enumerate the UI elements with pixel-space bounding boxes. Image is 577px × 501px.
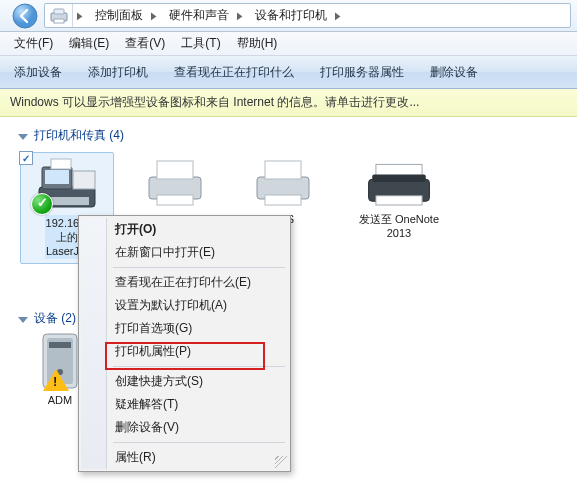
breadcrumb-sep-icon[interactable]	[331, 10, 345, 21]
menu-file[interactable]: 文件(F)	[6, 33, 61, 55]
svg-rect-22	[49, 342, 71, 348]
svg-rect-2	[54, 9, 64, 14]
command-toolbar: 添加设备 添加打印机 查看现在正在打印什么 打印服务器属性 删除设备	[0, 56, 577, 89]
print-server-props-button[interactable]: 打印服务器属性	[316, 62, 408, 83]
menu-separator	[113, 366, 285, 367]
collapse-icon	[18, 134, 28, 140]
svg-rect-8	[73, 171, 95, 189]
menu-edit[interactable]: 编辑(E)	[61, 33, 117, 55]
menu-set-default-printer[interactable]: 设置为默认打印机(A)	[81, 294, 288, 317]
svg-rect-11	[157, 161, 193, 179]
breadcrumb-sep-icon[interactable]	[233, 10, 247, 21]
menu-remove-device[interactable]: 删除设备(V)	[81, 416, 288, 439]
add-device-button[interactable]: 添加设备	[10, 62, 66, 83]
menu-properties[interactable]: 属性(R)	[81, 446, 288, 469]
device-label: ADM	[48, 393, 72, 407]
info-bar[interactable]: Windows 可以显示增强型设备图标和来自 Internet 的信息。请单击进…	[0, 89, 577, 117]
menu-separator	[113, 442, 285, 443]
menu-open[interactable]: 打开(O)	[81, 218, 288, 241]
svg-rect-3	[54, 19, 64, 23]
svg-rect-14	[265, 161, 301, 179]
printer-icon	[249, 153, 317, 209]
svg-rect-15	[265, 195, 301, 205]
svg-rect-7	[45, 170, 69, 184]
menu-bar: 文件(F) 编辑(E) 查看(V) 工具(T) 帮助(H)	[0, 32, 577, 56]
remove-device-button[interactable]: 删除设备	[426, 62, 482, 83]
printer-label: 发送至 OneNote 2013	[358, 211, 440, 241]
breadcrumb-sep-icon[interactable]	[73, 10, 87, 21]
info-bar-text: Windows 可以显示增强型设备图标和来自 Internet 的信息。请单击进…	[10, 94, 419, 111]
nav-back-button[interactable]	[6, 2, 44, 29]
printer-item[interactable]: 发送至 OneNote 2013	[344, 148, 454, 246]
menu-separator	[113, 267, 285, 268]
group-title: 打印机和传真 (4)	[34, 127, 124, 144]
menu-tools[interactable]: 工具(T)	[173, 33, 228, 55]
printer-item[interactable]	[128, 148, 222, 216]
breadcrumb-segment[interactable]: 硬件和声音	[161, 4, 233, 27]
breadcrumb[interactable]: 控制面板 硬件和声音 设备和打印机	[44, 3, 571, 28]
menu-view[interactable]: 查看(V)	[117, 33, 173, 55]
breadcrumb-segment[interactable]: 设备和打印机	[247, 4, 331, 27]
printer-icon	[363, 153, 435, 209]
collapse-icon	[18, 317, 28, 323]
svg-rect-9	[51, 159, 71, 169]
menu-troubleshoot[interactable]: 疑难解答(T)	[81, 393, 288, 416]
menu-printer-properties[interactable]: 打印机属性(P)	[81, 340, 288, 363]
breadcrumb-segment[interactable]: 控制面板	[87, 4, 147, 27]
see-whats-printing-button[interactable]: 查看现在正在打印什么	[170, 62, 298, 83]
menu-printing-preferences[interactable]: 打印首选项(G)	[81, 317, 288, 340]
svg-rect-19	[372, 175, 426, 182]
menu-see-printing[interactable]: 查看现在正在打印什么(E)	[81, 271, 288, 294]
menu-create-shortcut[interactable]: 创建快捷方式(S)	[81, 370, 288, 393]
breadcrumb-sep-icon[interactable]	[147, 10, 161, 21]
status-ok-icon	[31, 193, 53, 215]
context-menu: 打开(O) 在新窗口中打开(E) 查看现在正在打印什么(E) 设置为默认打印机(…	[78, 215, 291, 472]
add-printer-button[interactable]: 添加打印机	[84, 62, 152, 83]
menu-help[interactable]: 帮助(H)	[229, 33, 286, 55]
warning-icon	[43, 369, 69, 391]
svg-rect-18	[376, 196, 422, 205]
svg-point-0	[13, 4, 37, 28]
devices-printers-icon	[45, 4, 73, 27]
group-header-printers[interactable]: 打印机和传真 (4)	[2, 121, 575, 146]
address-bar: 控制面板 硬件和声音 设备和打印机	[0, 0, 577, 32]
menu-open-new-window[interactable]: 在新窗口中打开(E)	[81, 241, 288, 264]
group-title: 设备 (2)	[34, 310, 76, 327]
printer-icon	[141, 153, 209, 209]
svg-rect-12	[157, 195, 193, 205]
